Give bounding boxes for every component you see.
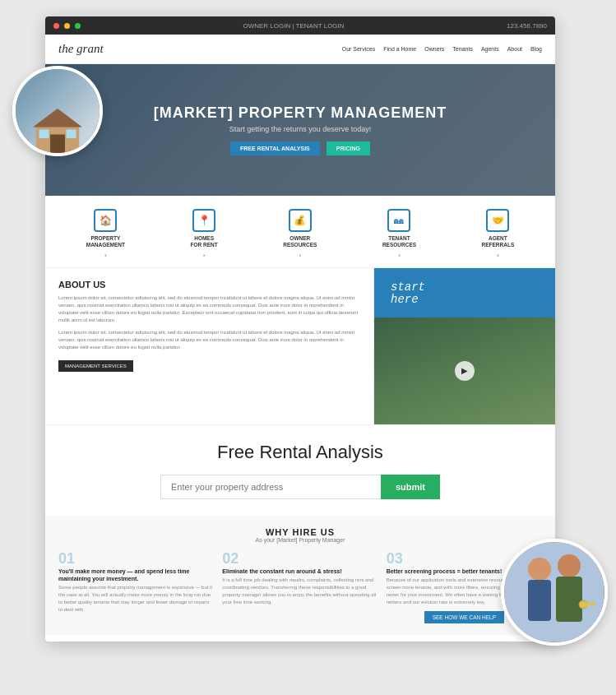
service-or-label: OWNERRESOURCES: [283, 235, 317, 248]
house-image-inner: [16, 69, 100, 153]
window-controls: [53, 23, 81, 29]
nav-our-services[interactable]: Our Services: [342, 46, 375, 52]
rental-title: Free Rental Analysis: [70, 442, 530, 463]
close-dot[interactable]: [53, 23, 59, 29]
service-owner-resources[interactable]: 💰 OWNERRESOURCES ›: [283, 209, 317, 259]
svg-rect-4: [67, 130, 76, 139]
top-nav-links: OWNER LOGIN | TENANT LOGIN: [243, 22, 344, 30]
couple-svg: [505, 543, 604, 642]
hero-content: [MARKET] PROPERTY MANAGEMENT Start getti…: [154, 104, 447, 155]
why-text-1: Some people assume that property managem…: [58, 584, 214, 614]
owner-resources-icon: 💰: [289, 209, 312, 232]
nav-blog[interactable]: Blog: [530, 46, 542, 52]
house-circle-image: [12, 66, 103, 156]
nav-bar: the grant Our Services Find a Home Owner…: [45, 35, 555, 64]
nav-tenants[interactable]: Tenants: [452, 46, 473, 52]
why-text-2: It is a full time job dealing with repai…: [222, 577, 377, 606]
service-tr-arrow: ›: [398, 252, 401, 259]
why-title-1: You'll make more money — and spend less …: [58, 568, 214, 582]
homes-for-rent-icon: 📍: [192, 209, 215, 232]
svg-rect-13: [588, 601, 591, 605]
submit-button[interactable]: submit: [381, 475, 440, 499]
nav-find-home[interactable]: Find a Home: [383, 46, 416, 52]
why-items: 01 You'll make more money — and spend le…: [58, 551, 542, 623]
why-num-1: 01: [58, 551, 214, 566]
svg-point-6: [528, 558, 551, 581]
about-section: ABOUT US Lorem ipsum dolor sit, consecte…: [45, 268, 374, 424]
nav-agents[interactable]: Agents: [481, 46, 499, 52]
service-pm-arrow: ›: [104, 252, 107, 259]
service-agent-referrals[interactable]: 🤝 AGENTREFERRALS ›: [482, 209, 515, 259]
service-pm-label: PROPERTYMANAGEMENT: [86, 235, 125, 248]
owner-login-link[interactable]: OWNER LOGIN | TENANT LOGIN: [243, 22, 344, 30]
property-address-input[interactable]: [160, 475, 381, 499]
free-analysis-button[interactable]: FREE RENTAL ANALYSIS: [230, 141, 320, 155]
management-services-button[interactable]: MANAGEMENT SERVICES: [58, 360, 133, 372]
svg-rect-2: [50, 135, 65, 154]
service-tr-label: TENANTRESOURCES: [382, 235, 416, 248]
browser-window: OWNER LOGIN | TENANT LOGIN 123.456.7890 …: [45, 16, 555, 642]
service-ar-label: AGENTREFERRALS: [482, 235, 515, 248]
service-or-arrow: ›: [299, 252, 301, 259]
right-panel: starthere ▶: [374, 268, 555, 424]
nav-links: Our Services Find a Home Owners Tenants …: [342, 46, 542, 52]
top-bar: OWNER LOGIN | TENANT LOGIN 123.456.7890: [45, 16, 555, 35]
play-button[interactable]: ▶: [455, 361, 475, 381]
video-overlay: ▶: [374, 317, 555, 424]
why-title-2: Eliminate the constant run around & stre…: [222, 568, 377, 575]
maximize-dot[interactable]: [75, 23, 81, 29]
service-tenant-resources[interactable]: 🏘 TENANTRESOURCES ›: [382, 209, 416, 259]
svg-point-8: [558, 554, 581, 577]
service-homes-for-rent[interactable]: 📍 HOMESFOR RENT ›: [191, 209, 218, 259]
why-num-2: 02: [222, 551, 377, 566]
service-hfr-arrow: ›: [203, 252, 206, 259]
hero-buttons: FREE RENTAL ANALYSIS PRICING: [154, 141, 447, 155]
nav-owners[interactable]: Owners: [424, 46, 444, 52]
services-row: 🏠 PROPERTYMANAGEMENT › 📍 HOMESFOR RENT ›…: [45, 196, 555, 268]
couple-circle-image: [501, 539, 608, 646]
service-property-management[interactable]: 🏠 PROPERTYMANAGEMENT ›: [86, 209, 125, 259]
hero-subtitle: Start getting the returns you deserve to…: [154, 125, 447, 133]
video-preview: ▶: [374, 317, 555, 424]
why-item-1: 01 You'll make more money — and spend le…: [58, 551, 214, 623]
rental-form: submit: [160, 475, 440, 499]
why-title: WHY HIRE US: [58, 527, 542, 537]
svg-rect-12: [592, 601, 595, 605]
tenant-resources-icon: 🏘: [387, 209, 410, 232]
svg-marker-1: [33, 109, 82, 127]
start-here-text: starthere: [391, 281, 425, 307]
pricing-button[interactable]: PRICING: [327, 141, 370, 155]
hero-section: [MARKET] PROPERTY MANAGEMENT Start getti…: [45, 64, 555, 196]
minimize-dot[interactable]: [64, 23, 70, 29]
about-paragraph1: Lorem ipsum dolor sit, consectetur adipi…: [58, 294, 360, 324]
see-how-button[interactable]: SEE HOW WE CAN HELP: [424, 611, 504, 623]
nav-about[interactable]: About: [507, 46, 522, 52]
svg-rect-5: [505, 543, 604, 642]
why-subtitle: As your [Market] Property Manager: [58, 537, 542, 543]
rental-section: Free Rental Analysis submit: [45, 424, 555, 516]
property-management-icon: 🏠: [94, 209, 117, 232]
house-illustration: [25, 104, 90, 153]
svg-rect-7: [528, 580, 551, 621]
why-section: WHY HIRE US As your [Market] Property Ma…: [45, 516, 555, 635]
agent-referrals-icon: 🤝: [486, 209, 509, 232]
logo[interactable]: the grant: [58, 42, 104, 56]
service-hfr-label: HOMESFOR RENT: [191, 235, 218, 248]
hero-title: [MARKET] PROPERTY MANAGEMENT: [154, 104, 447, 122]
content-area: ABOUT US Lorem ipsum dolor sit, consecte…: [45, 268, 555, 424]
phone-number: 123.456.7890: [507, 22, 547, 30]
service-ar-arrow: ›: [497, 252, 499, 259]
about-title: ABOUT US: [58, 280, 360, 290]
svg-rect-3: [39, 130, 49, 139]
about-paragraph2: Lorem ipsum dolor sit, consectetur adipi…: [58, 329, 360, 351]
couple-image-inner: [504, 542, 604, 642]
svg-rect-9: [556, 577, 582, 622]
why-item-2: 02 Eliminate the constant run around & s…: [222, 551, 377, 623]
